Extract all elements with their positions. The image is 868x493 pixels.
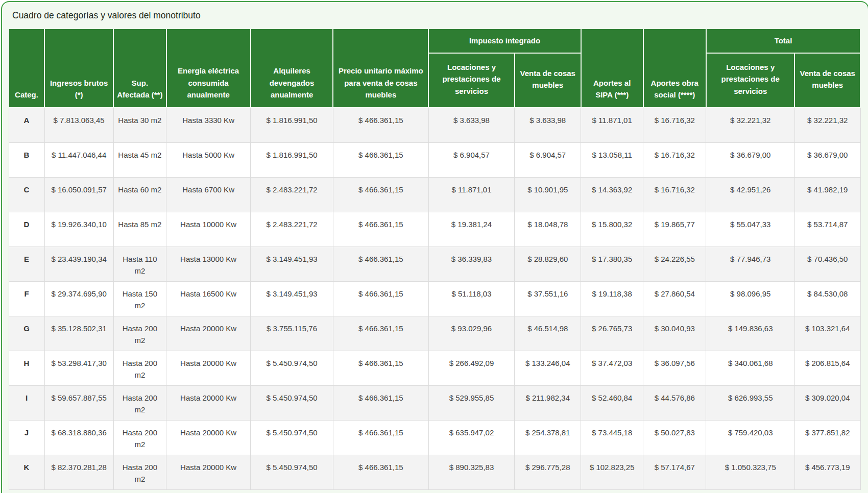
cell-energia: Hasta 20000 Kw	[166, 316, 251, 351]
cell-obra: $ 36.097,56	[643, 351, 706, 386]
cell-categ: G	[9, 316, 44, 351]
cell-sup: Hasta 45 m2	[113, 143, 166, 178]
cell-alquileres: $ 5.450.974,50	[251, 386, 333, 421]
cell-obra: $ 50.027,83	[643, 421, 706, 455]
cell-ingresos: $ 82.370.281,28	[44, 455, 113, 490]
col-header-categ: Categ.	[9, 29, 44, 108]
cell-ingresos: $ 7.813.063,45	[44, 108, 113, 143]
cell-categ: C	[9, 178, 44, 212]
cell-tot_serv: $ 77.946,73	[706, 247, 794, 282]
cell-precio: $ 466.361,15	[333, 282, 428, 316]
cell-imp_mueb: $ 46.514,98	[515, 316, 581, 351]
cell-obra: $ 44.576,86	[643, 386, 706, 421]
col-header-ingresos-brutos: Ingresos brutos (*)	[44, 29, 113, 108]
cell-precio: $ 466.361,15	[333, 143, 428, 178]
cell-tot_mueb: $ 84.530,08	[794, 282, 860, 316]
cell-tot_mueb: $ 41.982,19	[794, 178, 860, 212]
table-row: H$ 53.298.417,30Hasta 200 m2Hasta 20000 …	[9, 351, 860, 386]
cell-imp_mueb: $ 133.246,04	[515, 351, 581, 386]
cell-imp_serv: $ 890.325,83	[428, 455, 514, 490]
table-row: B$ 11.447.046,44Hasta 45 m2Hasta 5000 Kw…	[9, 143, 860, 178]
cell-tot_serv: $ 42.951,26	[706, 178, 794, 212]
table-header: Categ. Ingresos brutos (*) Sup. Afectada…	[9, 29, 860, 108]
cell-obra: $ 57.174,67	[643, 455, 706, 490]
cell-precio: $ 466.361,15	[333, 316, 428, 351]
table-row: D$ 19.926.340,10Hasta 85 m2Hasta 10000 K…	[9, 212, 860, 247]
cell-alquileres: $ 2.483.221,72	[251, 178, 333, 212]
col-header-precio-unitario: Precio unitario máximo para venta de cos…	[333, 29, 428, 108]
cell-energia: Hasta 20000 Kw	[166, 386, 251, 421]
cell-ingresos: $ 35.128.502,31	[44, 316, 113, 351]
cell-precio: $ 466.361,15	[333, 108, 428, 143]
cell-sipa: $ 102.823,25	[581, 455, 643, 490]
cell-imp_serv: $ 3.633,98	[428, 108, 514, 143]
cell-tot_mueb: $ 32.221,32	[794, 108, 860, 143]
cell-obra: $ 16.716,32	[643, 143, 706, 178]
cell-energia: Hasta 20000 Kw	[166, 421, 251, 455]
col-header-impuesto-locaciones-servicios: Locaciones y prestaciones de servicios	[428, 53, 514, 108]
cell-precio: $ 466.361,15	[333, 351, 428, 386]
cell-sipa: $ 26.765,73	[581, 316, 643, 351]
cell-tot_mueb: $ 103.321,64	[794, 316, 860, 351]
cell-ingresos: $ 59.657.887,55	[44, 386, 113, 421]
cell-tot_serv: $ 36.679,00	[706, 143, 794, 178]
cell-sipa: $ 14.363,92	[581, 178, 643, 212]
cell-sup: Hasta 200 m2	[113, 386, 166, 421]
cell-imp_mueb: $ 37.551,16	[515, 282, 581, 316]
table-row: J$ 68.318.880,36Hasta 200 m2Hasta 20000 …	[9, 421, 860, 455]
cell-ingresos: $ 29.374.695,90	[44, 282, 113, 316]
group-header-impuesto-integrado: Impuesto integrado	[428, 29, 581, 53]
cell-alquileres: $ 2.483.221,72	[251, 212, 333, 247]
cell-categ: H	[9, 351, 44, 386]
cell-alquileres: $ 3.755.115,76	[251, 316, 333, 351]
cell-energia: Hasta 13000 Kw	[166, 247, 251, 282]
cell-precio: $ 466.361,15	[333, 455, 428, 490]
cell-precio: $ 466.361,15	[333, 386, 428, 421]
cell-obra: $ 24.226,55	[643, 247, 706, 282]
cell-imp_serv: $ 11.871,01	[428, 178, 514, 212]
cell-imp_mueb: $ 10.901,95	[515, 178, 581, 212]
cell-alquileres: $ 5.450.974,50	[251, 455, 333, 490]
cell-alquileres: $ 3.149.451,93	[251, 247, 333, 282]
cell-imp_mueb: $ 3.633,98	[515, 108, 581, 143]
col-header-energia-electrica: Energía eléctrica consumida anualmente	[166, 29, 251, 108]
cell-ingresos: $ 23.439.190,34	[44, 247, 113, 282]
cell-categ: I	[9, 386, 44, 421]
cell-alquileres: $ 1.816.991,50	[251, 108, 333, 143]
cell-tot_mueb: $ 36.679,00	[794, 143, 860, 178]
col-header-alquileres: Alquileres devengados anualmente	[251, 29, 333, 108]
cell-alquileres: $ 1.816.991,50	[251, 143, 333, 178]
page-title: Cuadro de categorías y valores del monot…	[12, 10, 861, 21]
cell-tot_mueb: $ 456.773,19	[794, 455, 860, 490]
cell-ingresos: $ 11.447.046,44	[44, 143, 113, 178]
cell-sup: Hasta 30 m2	[113, 108, 166, 143]
cell-imp_mueb: $ 296.775,28	[515, 455, 581, 490]
cell-sup: Hasta 200 m2	[113, 351, 166, 386]
cell-imp_mueb: $ 6.904,57	[515, 143, 581, 178]
cell-energia: Hasta 3330 Kw	[166, 108, 251, 143]
cell-alquileres: $ 5.450.974,50	[251, 351, 333, 386]
cell-tot_serv: $ 98.096,95	[706, 282, 794, 316]
cell-energia: Hasta 16500 Kw	[166, 282, 251, 316]
cell-obra: $ 27.860,54	[643, 282, 706, 316]
cell-categ: K	[9, 455, 44, 490]
table-row: C$ 16.050.091,57Hasta 60 m2Hasta 6700 Kw…	[9, 178, 860, 212]
cell-tot_serv: $ 340.061,68	[706, 351, 794, 386]
cell-imp_serv: $ 529.955,85	[428, 386, 514, 421]
cell-obra: $ 16.716,32	[643, 108, 706, 143]
cell-sipa: $ 11.871,01	[581, 108, 643, 143]
table-row: A$ 7.813.063,45Hasta 30 m2Hasta 3330 Kw$…	[9, 108, 860, 143]
cell-obra: $ 30.040,93	[643, 316, 706, 351]
cell-ingresos: $ 68.318.880,36	[44, 421, 113, 455]
cell-categ: F	[9, 282, 44, 316]
cell-sipa: $ 73.445,18	[581, 421, 643, 455]
cell-imp_serv: $ 93.029,96	[428, 316, 514, 351]
table-row: F$ 29.374.695,90Hasta 150 m2Hasta 16500 …	[9, 282, 860, 316]
cell-tot_serv: $ 55.047,33	[706, 212, 794, 247]
cell-alquileres: $ 5.450.974,50	[251, 421, 333, 455]
col-header-aportes-sipa: Aportes al SIPA (***)	[581, 29, 643, 108]
cell-tot_serv: $ 759.420,03	[706, 421, 794, 455]
cell-energia: Hasta 20000 Kw	[166, 455, 251, 490]
cell-imp_mueb: $ 18.048,78	[515, 212, 581, 247]
cell-precio: $ 466.361,15	[333, 247, 428, 282]
